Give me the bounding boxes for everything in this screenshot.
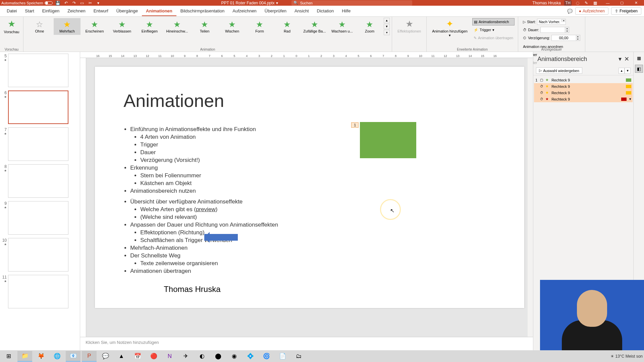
obs-icon[interactable]: ⬤ (211, 351, 225, 362)
tab-dictation[interactable]: Dictation (313, 6, 338, 16)
autosave-toggle[interactable]: Automatisches Speichern (1, 1, 53, 5)
gallery-up-icon[interactable]: ▲ (384, 18, 390, 23)
tab-hilfe[interactable]: Hilfe (338, 6, 355, 16)
start-button[interactable]: ⊞ (1, 351, 16, 362)
tab-animationen[interactable]: Animationen (142, 6, 176, 16)
weather-widget[interactable]: ☀ 13°C Meist son (610, 354, 643, 359)
anim-entry-0[interactable]: 1▢★Rechteck 9 (534, 77, 633, 83)
anim-effect-7[interactable]: ★Wischen (219, 18, 246, 35)
rail-icon[interactable]: ▦ (635, 54, 643, 62)
anim-entry-3[interactable]: ⏱★Rechteck 9▾ (534, 96, 633, 102)
move-up-button[interactable]: ▲ (619, 68, 625, 74)
undo-icon[interactable]: ↶ (63, 0, 69, 6)
tab-bildschirmpräsentation[interactable]: Bildschirmpräsentation (176, 6, 229, 16)
animation-tag[interactable]: 1 (351, 122, 359, 128)
tab-start[interactable]: Start (21, 6, 38, 16)
delay-field[interactable]: ⏲ Verzögerung: ▴▾ (522, 34, 581, 42)
qat-more-icon[interactable]: ▾ (96, 0, 101, 6)
thumbnail-9[interactable] (8, 201, 68, 235)
explorer-icon[interactable]: 📁 (17, 351, 32, 362)
app-icon[interactable]: ◐ (195, 351, 209, 362)
play-selection-button[interactable]: ▷ Auswahl wiedergeben (536, 67, 582, 74)
tab-überprüfen[interactable]: Überprüfen (261, 6, 290, 16)
tab-aufzeichnen[interactable]: Aufzeichnen (228, 6, 261, 16)
outlook-icon[interactable]: 📧 (66, 351, 80, 362)
app-icon[interactable]: 📄 (275, 351, 290, 362)
anim-effect-4[interactable]: ★Einfliegen (136, 18, 163, 35)
anim-effect-1[interactable]: ★Mehrfach (54, 18, 80, 35)
minimize-button[interactable]: — (601, 0, 614, 6)
anim-effect-5[interactable]: ★Hineinschw... (164, 18, 191, 35)
user-name[interactable]: Thomas Hruska (532, 1, 561, 5)
thumbnail-11[interactable] (8, 275, 68, 308)
onenote-icon[interactable]: N (162, 351, 177, 362)
scrollbar-vertical[interactable] (528, 58, 533, 337)
preview-button[interactable]: ★ Vorschau (2, 17, 21, 35)
powerpoint-icon[interactable]: P (82, 351, 97, 362)
search-input[interactable]: 🔍 Suchen (291, 0, 412, 6)
comments-icon[interactable]: 💬 (567, 8, 573, 14)
tab-einfügen[interactable]: Einfügen (38, 6, 63, 16)
trigger-button[interactable]: ⚡ Trigger ▾ (472, 26, 515, 34)
anim-effect-0[interactable]: ☆Ohne (26, 18, 53, 35)
slide-body[interactable]: Einführung in Animationseffekte und ihre… (123, 126, 278, 275)
header-icon[interactable]: ✎ (584, 0, 589, 6)
chrome-icon[interactable]: 🌐 (50, 351, 64, 362)
slide-canvas[interactable]: Animationen Einführung in Animationseffe… (95, 67, 524, 308)
app-icon[interactable]: 💬 (98, 351, 113, 362)
thumbnail-6[interactable] (8, 90, 68, 124)
app-icon[interactable]: 📅 (130, 351, 145, 362)
edge-icon[interactable]: 🌀 (259, 351, 274, 362)
anim-effect-12[interactable]: ★Zoom (356, 18, 383, 35)
redo-icon[interactable]: ↷ (71, 0, 77, 6)
gallery-down-icon[interactable]: ▼ (384, 24, 390, 29)
gallery-more-icon[interactable]: ▾ (384, 30, 390, 35)
tab-datei[interactable]: Datei (3, 6, 21, 16)
close-icon[interactable]: ✕ (624, 55, 629, 63)
animation-pane-button[interactable]: ▤ Animationsbereich (472, 18, 515, 25)
save-icon[interactable]: 💾 (55, 0, 61, 6)
green-rectangle-shape[interactable] (360, 122, 416, 158)
telegram-icon[interactable]: ✈ (178, 351, 193, 362)
share-button[interactable]: ⇧ Freigeben (611, 7, 641, 15)
slide-title[interactable]: Animationen (123, 90, 224, 111)
filename[interactable]: PPT 01 Roter Faden 004.pptx ▾ (221, 1, 278, 5)
anim-effect-8[interactable]: ★Form (246, 18, 273, 35)
anim-entry-2[interactable]: ⏱★Rechteck 9 (534, 89, 633, 96)
anim-effect-3[interactable]: ★Verblassen (109, 18, 136, 35)
move-down-button[interactable]: ▼ (625, 68, 631, 74)
rail-icon[interactable]: ◧ (635, 65, 643, 73)
tab-ansicht[interactable]: Ansicht (290, 6, 313, 16)
maximize-button[interactable]: ▢ (615, 0, 629, 6)
firefox-icon[interactable]: 🦊 (34, 351, 48, 362)
qat-icon[interactable]: ✂ (88, 0, 93, 6)
user-avatar[interactable]: TH (564, 0, 572, 6)
anim-effect-6[interactable]: ★Teilen (191, 18, 218, 35)
notes-panel[interactable]: Klicken Sie, um Notizen hinzuzufügen (80, 337, 533, 352)
thumbnail-10[interactable] (8, 238, 68, 272)
vlc-icon[interactable]: ▲ (114, 351, 129, 362)
record-button[interactable]: ● Aufzeichnen (575, 7, 608, 15)
tab-zeichnen[interactable]: Zeichnen (63, 6, 89, 16)
thumbnail-5[interactable] (8, 54, 68, 87)
header-icon[interactable]: ◌ (575, 0, 580, 6)
tab-übergänge[interactable]: Übergänge (112, 6, 142, 16)
thumbnail-8[interactable] (8, 164, 68, 198)
anim-effect-10[interactable]: ★Zufällige Ba... (301, 18, 328, 35)
app-icon[interactable]: 💠 (243, 351, 258, 362)
app-icon[interactable]: 🔴 (146, 351, 161, 362)
start-field[interactable]: ▷ Start: ▾ (522, 18, 581, 25)
anim-effect-2[interactable]: ★Erscheinen (81, 18, 108, 35)
anim-effect-11[interactable]: ★Wachsen u... (329, 18, 356, 35)
thumbnail-7[interactable] (8, 127, 68, 161)
tab-entwurf[interactable]: Entwurf (90, 6, 112, 16)
author-text[interactable]: Thomas Hruska (164, 285, 220, 294)
close-button[interactable]: ✕ (629, 0, 643, 6)
qat-icon[interactable]: ▭ (79, 0, 85, 6)
chevron-down-icon[interactable]: ▾ (619, 55, 622, 63)
anim-entry-1[interactable]: ⏱★Rechteck 9 (534, 83, 633, 89)
blue-arrow-shape[interactable] (204, 234, 238, 241)
add-animation-button[interactable]: ✦ Animation hinzufügen ▾ (429, 17, 471, 42)
anim-effect-9[interactable]: ★Rad (274, 18, 301, 35)
app-icon[interactable]: ◉ (227, 351, 241, 362)
